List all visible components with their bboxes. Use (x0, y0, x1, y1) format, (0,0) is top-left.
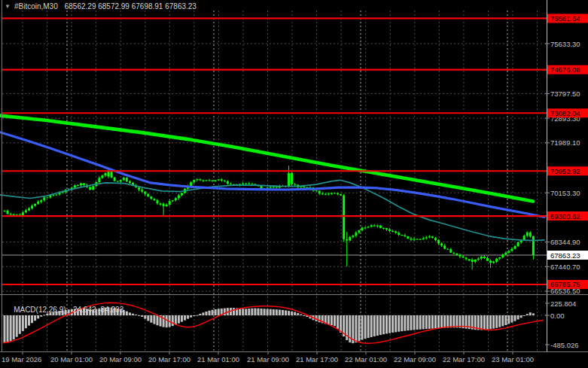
macd-indicator-label: MACD(12,26,9)-24.642 -84.203 (5, 297, 123, 322)
price-axis-label: 67440.70 (550, 263, 580, 271)
time-axis: 19 Mar 202620 Mar 01:0020 Mar 09:0020 Ma… (2, 351, 534, 363)
collapse-arrow-icon[interactable]: ▼ (5, 3, 11, 10)
level-lines (2, 18, 547, 284)
price-axis-label: 71989.10 (550, 138, 580, 147)
price-axis-label: 68344.90 (550, 238, 580, 246)
time-axis-label: 20 Mar 17:00 (148, 355, 190, 363)
chart-window: ▼ #Bitcoin,M30 68562.29 68572.99 67698.9… (0, 0, 588, 368)
price-axis-label: 69300.62 (550, 212, 580, 220)
time-axis-label: 21 Mar 01:00 (197, 355, 239, 363)
candles (4, 166, 535, 269)
ohlc-values: 68562.29 68572.99 67698.91 67863.23 (65, 2, 197, 11)
time-axis-label: 20 Mar 09:00 (99, 355, 142, 363)
price-axis-label: 73797.50 (550, 90, 580, 98)
time-axis-label: 22 Mar 17:00 (443, 355, 485, 363)
price-axis-label: 74676.08 (550, 65, 580, 74)
price-axis-label: 225.804 (550, 300, 576, 308)
time-axis-label: 20 Mar 01:00 (50, 355, 93, 363)
price-axis-label: -485.026 (550, 341, 579, 349)
time-axis-label: 19 Mar 2026 (2, 355, 41, 363)
price-axis-label: 70153.30 (550, 189, 580, 197)
symbol-period-label: #Bitcoin,M30 (14, 2, 58, 11)
horizontal-gridlines (2, 44, 547, 315)
price-axis-label: 76561.64 (550, 14, 580, 23)
macd-name: MACD(12,26,9) (14, 306, 66, 314)
price-axis-label: 0.00 (550, 312, 565, 320)
macd-values: -24.642 -84.203 (71, 306, 124, 314)
time-axis-label: 22 Mar 01:00 (345, 355, 387, 363)
chart-header: ▼ #Bitcoin,M30 68562.29 68572.99 67698.9… (5, 2, 197, 11)
time-axis-label: 21 Mar 17:00 (296, 355, 338, 363)
price-axis-label: 67863.23 (550, 251, 580, 260)
ma-mid-blue (0, 132, 544, 217)
time-axis-label: 21 Mar 09:00 (247, 355, 289, 363)
price-axis: 75633.3073797.5072893.3071989.1070153.30… (545, 14, 588, 348)
time-axis-label: 22 Mar 09:00 (394, 355, 436, 363)
price-axis-label: 70952.92 (550, 167, 580, 175)
price-axis-label: 75633.30 (550, 40, 580, 48)
price-axis-label: 66785.75 (550, 280, 580, 288)
day-separators (67, 11, 507, 351)
price-axis-label: 73082.04 (550, 109, 580, 117)
time-axis-label: 23 Mar 01:00 (492, 355, 534, 363)
